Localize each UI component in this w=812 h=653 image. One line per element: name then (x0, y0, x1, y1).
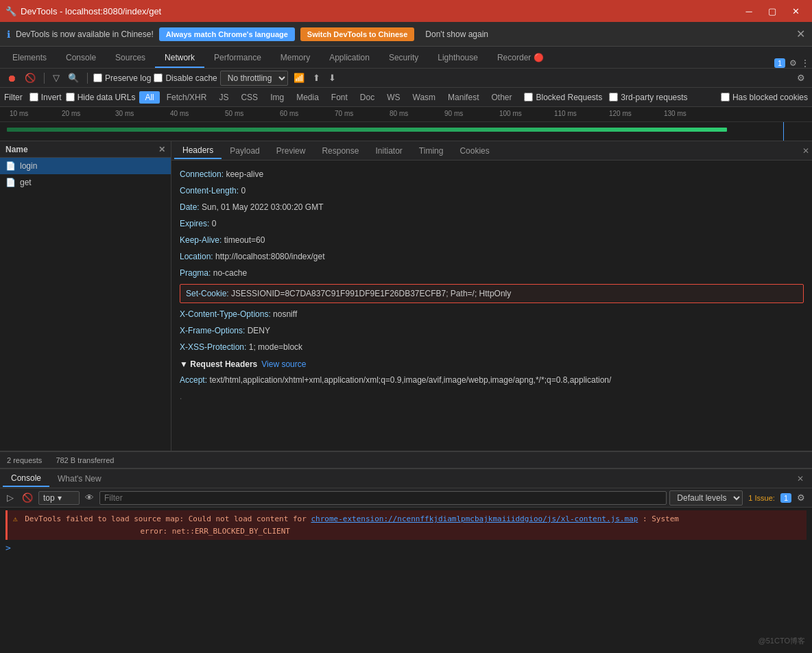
filter-tab-all[interactable]: All (139, 91, 159, 104)
header-connection-value: keep-alive (226, 169, 263, 179)
tab-performance[interactable]: Performance (204, 49, 271, 68)
request-item-login[interactable]: 📄 login (0, 158, 171, 174)
request-headers-title: ▼ Request Headers (180, 359, 257, 369)
network-settings-icon[interactable]: ⚙ (794, 71, 808, 84)
header-xfo-name: X-Frame-Options: (180, 326, 245, 335)
filter-button[interactable]: ▽ (50, 71, 62, 84)
header-pragma-value: no-cache (213, 268, 247, 278)
tab-sources[interactable]: Sources (106, 49, 155, 68)
invert-checkbox[interactable] (29, 93, 38, 102)
tab-network[interactable]: Network (155, 49, 204, 68)
filter-tab-wasm[interactable]: Wasm (407, 91, 442, 104)
view-source-link[interactable]: View source (261, 359, 306, 369)
console-tab-console[interactable]: Console (3, 471, 49, 487)
headers-close-icon[interactable]: ✕ (802, 146, 809, 156)
network-panel: Name ✕ 📄 login 📄 get Headers Payload Pre… (0, 141, 812, 451)
devtools-more-icon[interactable]: ⋮ (801, 58, 809, 68)
wifi-icon[interactable]: 📶 (291, 71, 307, 84)
header-pragma-name: Pragma: (180, 268, 211, 278)
disable-cache-label: Disable cache (154, 73, 217, 83)
requests-list: 📄 login 📄 get (0, 158, 171, 451)
upload-icon[interactable]: ⬆ (310, 71, 323, 84)
blocked-requests-checkbox[interactable] (524, 93, 533, 102)
filter-tab-ws[interactable]: WS (381, 91, 405, 104)
tab-security[interactable]: Security (379, 49, 428, 68)
close-requests-icon[interactable]: ✕ (158, 145, 165, 154)
tab-lighthouse[interactable]: Lighthouse (428, 49, 488, 68)
clear-button[interactable]: 🚫 (22, 71, 38, 84)
headers-tab-preview[interactable]: Preview (268, 143, 314, 158)
tab-elements[interactable]: Elements (3, 49, 56, 68)
hide-data-checkbox[interactable] (66, 93, 75, 102)
filter-tab-manifest[interactable]: Manifest (442, 91, 484, 104)
timeline-mark-90: 90 ms (444, 110, 463, 117)
close-button[interactable]: ✕ (785, 3, 807, 19)
console-eye-icon[interactable]: 👁 (82, 491, 97, 504)
hide-data-label: Hide data URLs (66, 93, 136, 102)
info-text: DevTools is now available in Chinese! (16, 29, 154, 39)
minimize-button[interactable]: ─ (738, 3, 760, 19)
info-close-icon[interactable]: ✕ (796, 27, 805, 40)
default-levels-select[interactable]: Default levels (669, 490, 743, 506)
header-xfo-value: DENY (248, 326, 270, 335)
match-language-button[interactable]: Always match Chrome's language (159, 27, 295, 41)
header-ka-name: Keep-Alive: (180, 235, 222, 245)
filter-tab-other[interactable]: Other (486, 91, 517, 104)
header-xxss-name: X-XSS-Protection: (180, 342, 246, 352)
switch-devtools-button[interactable]: Switch DevTools to Chinese (300, 27, 415, 41)
headers-tab-response[interactable]: Response (313, 143, 367, 158)
request-item-get[interactable]: 📄 get (0, 174, 171, 191)
error-link[interactable]: chrome-extension://ncennffkjdiamlpmcbajk… (311, 514, 638, 523)
preserve-log-checkbox[interactable] (93, 73, 102, 82)
maximize-button[interactable]: ▢ (761, 3, 783, 19)
filter-tab-xhr[interactable]: Fetch/XHR (161, 91, 213, 104)
tab-application[interactable]: Application (320, 49, 379, 68)
disable-cache-checkbox[interactable] (154, 73, 163, 82)
header-location: Location: http://localhost:8080/index/ge… (180, 248, 804, 265)
blocked-checks: Blocked Requests 3rd-party requests (524, 93, 687, 102)
name-column-label: Name (5, 145, 28, 154)
filter-tab-css[interactable]: CSS (235, 91, 263, 104)
requests-pane: Name ✕ 📄 login 📄 get (0, 141, 171, 451)
dismiss-button[interactable]: Don't show again (420, 27, 494, 42)
header-keep-alive: Keep-Alive: timeout=60 (180, 232, 804, 248)
filter-tab-doc[interactable]: Doc (355, 91, 380, 104)
console-run-icon[interactable]: ▷ (4, 491, 16, 504)
headers-tab-payload[interactable]: Payload (222, 143, 267, 158)
search-button[interactable]: 🔍 (65, 71, 82, 84)
third-party-checkbox[interactable] (609, 93, 618, 102)
timeline-mark-130: 130 ms (664, 110, 686, 117)
has-blocked-cookies-checkbox[interactable] (721, 93, 730, 102)
filter-tab-media[interactable]: Media (291, 91, 324, 104)
console-close-icon[interactable]: ✕ (791, 474, 809, 484)
headers-tab-cookies[interactable]: Cookies (451, 143, 497, 158)
console-settings-icon[interactable]: ⚙ (794, 491, 808, 504)
tab-memory[interactable]: Memory (271, 49, 320, 68)
console-panel: Console What's New ✕ ▷ 🚫 top ▾ 👁 Default… (0, 468, 812, 653)
record-button[interactable]: ⏺ (4, 71, 19, 85)
console-error-message: ⚠ DevTools failed to load source map: Co… (5, 510, 807, 540)
headers-tab-initiator[interactable]: Initiator (367, 143, 410, 158)
headers-tab-timing[interactable]: Timing (411, 143, 452, 158)
filter-tab-font[interactable]: Font (326, 91, 353, 104)
status-bar: 2 requests 782 B transferred (0, 451, 812, 468)
header-sc-value: JSESSIONID=8C7DA837C91F991DF9E1F26DB37EC… (231, 289, 511, 298)
console-clear-icon[interactable]: 🚫 (19, 491, 36, 504)
header-date-value: Sun, 01 May 2022 03:00:20 GMT (202, 202, 323, 212)
headers-tab-headers[interactable]: Headers (174, 143, 222, 159)
filter-tab-img[interactable]: Img (265, 91, 289, 104)
throttle-select[interactable]: No throttling (220, 71, 288, 86)
download-icon[interactable]: ⬇ (326, 71, 339, 84)
console-prompt[interactable]: > (5, 540, 807, 556)
timeline-container: 10 ms 20 ms 30 ms 40 ms 50 ms 60 ms 70 m… (0, 107, 812, 141)
timeline-mark-50: 50 ms (225, 110, 243, 117)
tab-recorder[interactable]: Recorder 🔴 (488, 49, 553, 68)
devtools-settings-icon[interactable]: ⚙ (789, 58, 797, 68)
console-filter-input[interactable] (99, 491, 667, 505)
top-selector[interactable]: top ▾ (38, 491, 80, 505)
tab-console[interactable]: Console (56, 49, 106, 68)
headers-content: Connection: keep-alive Content-Length: 0… (171, 161, 812, 451)
filter-tab-js[interactable]: JS (213, 91, 234, 104)
timeline-mark-40: 40 ms (170, 110, 189, 117)
console-tab-whats-new[interactable]: What's New (49, 471, 110, 486)
